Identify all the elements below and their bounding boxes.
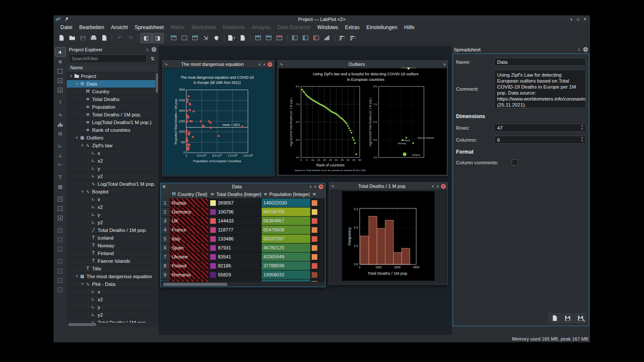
tree-item-boxplot[interactable]: ∨∿Boxplot: [67, 188, 155, 196]
shade-icon[interactable]: ∨: [258, 62, 261, 66]
expander-icon[interactable]: ∨: [75, 274, 79, 278]
cell-country[interactable]: Germany: [170, 208, 209, 216]
cell-population[interactable]: 46780120: [262, 243, 310, 252]
float-dock-icon[interactable]: ◇: [146, 47, 149, 52]
open-project-button[interactable]: [67, 33, 78, 43]
column-statistics-button[interactable]: [322, 33, 332, 43]
cell-country[interactable]: Russia: [170, 199, 209, 207]
cell-population[interactable]: 68384867: [262, 217, 310, 225]
tree-item-zipf-s-law[interactable]: ∨∿Zipf's law: [67, 142, 155, 149]
add-image-button[interactable]: ▨: [55, 182, 66, 191]
menu-item-extras[interactable]: Extras: [342, 24, 363, 31]
add-text-label-button[interactable]: T: [55, 173, 66, 182]
close-dock-icon[interactable]: ×: [583, 47, 588, 52]
expander-icon[interactable]: ∨: [80, 190, 85, 193]
cell-extra[interactable]: [310, 252, 325, 261]
add-axis-button[interactable]: ∟: [55, 142, 66, 151]
cell-total-deaths[interactable]: 133486: [209, 234, 262, 243]
toggle-project-explorer-button[interactable]: ◧: [140, 33, 152, 43]
step-down-icon[interactable]: ∨: [581, 128, 583, 131]
export-button[interactable]: [549, 313, 561, 323]
zoom-x-select-mode-button[interactable]: x: [55, 76, 66, 85]
shift-down-y-button[interactable]: ↓: [55, 285, 66, 294]
add-boxplot-button[interactable]: ⊟: [55, 129, 66, 138]
window-data-spreadsheet[interactable]: ⊞ Data ∨ ∧ × MCountry {Text} [X]≡Total D…: [160, 183, 325, 287]
save-as-button[interactable]: ✎: [575, 313, 586, 323]
tree-item-x2[interactable]: ∟x2: [67, 296, 155, 303]
tree-item-the-most-dangerous-equation[interactable]: ∨▦The most dangerous equation: [67, 273, 155, 280]
cell-total-deaths[interactable]: 87931: [209, 243, 262, 252]
new-document-button[interactable]: [237, 33, 248, 43]
menu-item-spreadsheet[interactable]: Spreadsheet: [131, 24, 167, 31]
insert-column-left-button[interactable]: [289, 33, 300, 43]
worksheet-view[interactable]: The most dangerous equation and COVID-19…: [163, 68, 274, 176]
window-titlebar[interactable]: Project — LabPlot <2> ∨ ◇ ✕: [54, 15, 590, 23]
cell-population[interactable]: 19058033: [262, 270, 310, 279]
row-number[interactable]: 4: [161, 226, 170, 234]
cell-country[interactable]: Ukraine: [170, 252, 209, 261]
cell-population[interactable]: 65475608: [262, 226, 310, 234]
expander-icon[interactable]: ∨: [69, 74, 74, 78]
zoom-y-select-mode-button[interactable]: y: [55, 86, 66, 95]
window-most-dangerous-equation[interactable]: ∿ The most dangerous equation ∨ ∧ × The …: [162, 60, 274, 176]
spreadsheet-view[interactable]: MCountry {Text} [X]≡Total Deaths {Intege…: [161, 190, 325, 287]
name-field[interactable]: [494, 58, 586, 66]
undo-button[interactable]: ↶: [114, 33, 125, 43]
subwindow-titlebar[interactable]: ∿ Outliers ∨: [278, 61, 447, 68]
cell-population[interactable]: 146022030: [262, 199, 310, 207]
cell-total-deaths[interactable]: 82186: [209, 261, 262, 270]
columns-stepper[interactable]: 6 ∧∨: [494, 136, 586, 144]
new-project-button[interactable]: [56, 33, 67, 43]
menu-item-datei[interactable]: Datei: [57, 24, 76, 31]
step-down-icon[interactable]: ∨: [581, 139, 583, 142]
worksheet-view[interactable]: Using Zipf's law and a boxplot for detec…: [278, 68, 447, 175]
menu-item-data-extractor[interactable]: Data Extractor: [274, 24, 314, 31]
tree-column-header[interactable]: Name: [67, 65, 158, 72]
subwindow-titlebar[interactable]: ⊞ Data ∨ ∧ ×: [161, 183, 325, 190]
dock-header[interactable]: Project Explorer ◇ ×: [67, 46, 158, 53]
comment-field[interactable]: Using Zipf's Law for detecting European …: [494, 70, 586, 108]
row-number[interactable]: 6: [161, 243, 170, 252]
restore-icon[interactable]: ∧: [314, 185, 316, 189]
cell-country[interactable]: France: [170, 226, 209, 234]
shift-right-x-button[interactable]: →: [55, 267, 66, 276]
tree-item-project[interactable]: ∨Project: [67, 72, 155, 80]
tree-item-log-total-deaths-1-m-pop-[interactable]: ≡Log(Total Deaths/1 M pop.): [67, 119, 155, 126]
tree-item-y2[interactable]: ∟y2: [67, 172, 155, 180]
sort-descending-button[interactable]: ↓: [348, 33, 358, 43]
column-header-1[interactable]: MCountry {Text} [X]: [170, 190, 209, 199]
add-horizontal-axis-button[interactable]: ⊥: [55, 151, 66, 160]
tree-item-finland[interactable]: TFinland: [67, 249, 155, 257]
tree-item-x2[interactable]: ∟x2: [67, 157, 155, 165]
row-number[interactable]: 9: [161, 270, 170, 279]
redo-button[interactable]: ↷: [125, 33, 136, 43]
shade-icon[interactable]: ∨: [432, 184, 434, 188]
cell-total-deaths[interactable]: 118777: [209, 226, 262, 234]
subwindow-titlebar[interactable]: ∿ The most dangerous equation ∨ ∧ ×: [163, 61, 274, 68]
import-data-button[interactable]: ⇲: [200, 33, 211, 43]
cell-population[interactable]: 37788599: [262, 261, 310, 270]
close-icon[interactable]: ✕: [583, 17, 587, 21]
cell-extra[interactable]: [310, 234, 325, 243]
tree-item-rank-of-countries[interactable]: ≡Rank of countries: [67, 126, 155, 134]
save-button[interactable]: [562, 313, 573, 323]
tree-item-y[interactable]: ∟y: [67, 303, 155, 311]
maximize-icon[interactable]: ◇: [577, 17, 580, 21]
select-mode-button[interactable]: ➤: [55, 47, 66, 57]
menu-item-analysis[interactable]: Analysis: [248, 24, 274, 31]
shade-icon[interactable]: ∨: [443, 62, 446, 66]
expander-icon[interactable]: ∨: [80, 282, 85, 286]
color-theme-button[interactable]: [211, 33, 222, 43]
menu-item-worksheet[interactable]: Worksheet: [188, 24, 219, 31]
row-number[interactable]: 3: [161, 217, 170, 225]
cell-extra[interactable]: [310, 208, 325, 216]
tree-item-data[interactable]: ∨⊞Data: [67, 80, 155, 88]
shift-left-x-button[interactable]: ←: [55, 257, 66, 266]
cell-extra[interactable]: [310, 217, 325, 225]
worksheet-view[interactable]: 01500300045000.00.10.20.3Total Deaths / …: [329, 190, 447, 284]
close-icon[interactable]: ×: [441, 184, 446, 189]
expander-icon[interactable]: ∨: [80, 143, 85, 147]
tree-item-title[interactable]: TTitle: [67, 265, 155, 273]
add-vertical-axis-button[interactable]: ⊢: [55, 160, 66, 169]
tree-item-total-deaths-1m-pop-[interactable]: ≡Total Deaths / 1M pop.: [67, 111, 155, 119]
